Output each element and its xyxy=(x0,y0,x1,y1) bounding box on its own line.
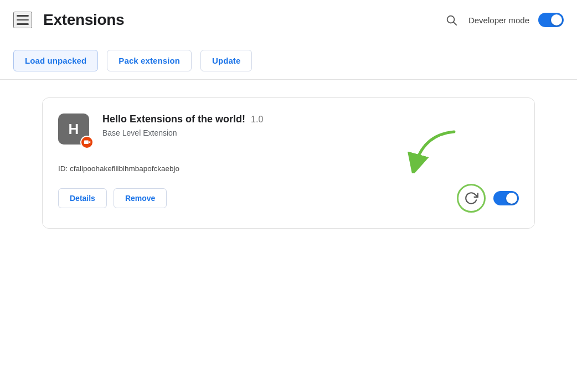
extension-icon-wrap: H xyxy=(58,114,91,147)
reload-button[interactable] xyxy=(457,184,486,213)
hamburger-button[interactable] xyxy=(13,12,32,28)
svg-rect-2 xyxy=(84,140,88,144)
extension-version: 1.0 xyxy=(251,115,263,125)
search-icon xyxy=(445,14,457,26)
load-unpacked-button[interactable]: Load unpacked xyxy=(13,50,98,71)
extension-toggle[interactable] xyxy=(493,191,519,205)
ext-name-row: Hello Extensions of the world! 1.0 xyxy=(102,114,519,125)
header: Extensions Developer mode xyxy=(0,0,577,40)
page-title: Extensions xyxy=(43,11,124,29)
extension-info: Hello Extensions of the world! 1.0 Base … xyxy=(102,114,519,137)
card-actions-left: Details Remove xyxy=(58,188,167,208)
svg-line-1 xyxy=(454,22,456,25)
extension-badge xyxy=(80,136,94,149)
extension-id: ID: cfalipoohakefliiblhmbapofckaebjo xyxy=(58,164,519,173)
pack-extension-button[interactable]: Pack extension xyxy=(107,50,192,71)
remove-button[interactable]: Remove xyxy=(114,188,167,208)
extension-name: Hello Extensions of the world! xyxy=(102,114,245,125)
record-icon xyxy=(84,139,91,146)
extension-description: Base Level Extension xyxy=(102,128,519,137)
extension-card: H Hello Extensions of the world! 1.0 Bas… xyxy=(42,97,535,229)
reload-icon xyxy=(464,191,478,205)
card-actions-right xyxy=(457,184,519,213)
search-button[interactable] xyxy=(443,12,460,28)
header-right: Developer mode xyxy=(443,12,564,28)
update-button[interactable]: Update xyxy=(200,50,252,71)
developer-mode-toggle[interactable] xyxy=(538,13,564,27)
main-content: H Hello Extensions of the world! 1.0 Bas… xyxy=(0,80,577,246)
reload-button-wrap xyxy=(457,184,486,213)
card-bottom: Details Remove xyxy=(58,184,519,213)
toolbar: Load unpacked Pack extension Update xyxy=(0,40,577,79)
card-top: H Hello Extensions of the world! 1.0 Bas… xyxy=(58,114,519,147)
header-left: Extensions xyxy=(13,11,124,29)
details-button[interactable]: Details xyxy=(58,188,107,208)
dev-mode-label: Developer mode xyxy=(468,16,529,25)
